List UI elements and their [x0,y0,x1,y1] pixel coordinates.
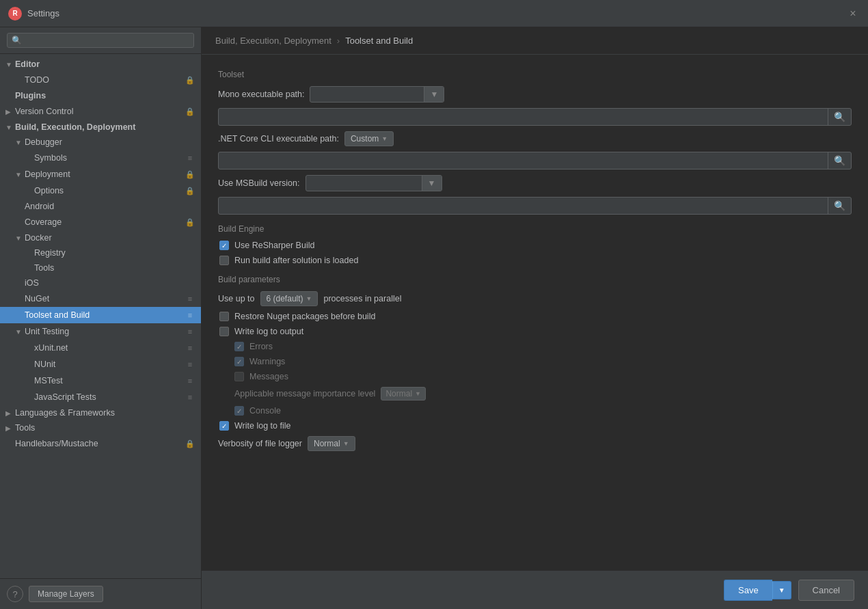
layers-icon-toolset: ≡ [185,310,195,321]
msbuild-dropdown-input[interactable]: Auto detected (14.0) [306,176,422,191]
warnings-checkbox[interactable] [234,357,244,366]
bottom-bar: ? Manage Layers [0,578,201,609]
mono-full-path-input[interactable]: C:\Program Files\Unity\Hub\Editor\2018.1… [219,109,828,125]
sidebar-item-build[interactable]: ▼ Build, Execution, Deployment [0,120,201,135]
mstest-label: MSTest [34,376,185,385]
sidebar-item-ios[interactable]: iOS [0,275,201,290]
msbuild-search-btn[interactable]: 🔍 [828,198,851,214]
write-log-file-row: Write log to file [218,421,852,431]
messages-checkbox[interactable] [234,372,244,381]
lock-icon-coverage: 🔒 [185,217,195,228]
warnings-label: Warnings [249,357,285,366]
msbuild-path-input[interactable]: C:\Program Files (x86)\MSBuild\14.0\bin\… [219,198,828,214]
sidebar: 🔍 ▼ Editor TODO 🔒 Plugins [0,27,202,609]
layers-icon-unit-testing: ≡ [185,326,195,337]
msbuild-dropdown-btn[interactable]: ▼ [422,176,442,191]
deployment-label: Deployment [25,170,185,179]
errors-checkbox[interactable] [234,342,244,351]
write-log-file-checkbox[interactable] [219,421,229,431]
sidebar-item-xunit[interactable]: xUnit.net ≡ [0,340,201,356]
search-box: 🔍 [0,27,201,54]
mono-search-btn[interactable]: 🔍 [828,109,851,125]
netcore-custom-path-input[interactable] [219,152,828,169]
save-button[interactable]: Save [724,580,772,601]
app-icon: R [8,7,22,21]
search-input[interactable] [26,36,189,45]
sidebar-item-toolset-build[interactable]: Toolset and Build ≡ [0,307,201,323]
applicable-label: Applicable message importance level [234,389,375,398]
netcore-label: .NET Core CLI executable path: [218,134,339,144]
console-checkbox[interactable] [234,406,244,416]
sidebar-item-tools-top[interactable]: ▶ Tools [0,420,201,435]
sidebar-item-languages[interactable]: ▶ Languages & Frameworks [0,405,201,420]
mono-dropdown-btn[interactable]: ▼ [424,87,444,102]
cancel-button[interactable]: Cancel [798,580,854,601]
console-label: Console [249,406,281,416]
todo-label: TODO [25,75,185,85]
lock-icon-handlebars: 🔒 [185,438,195,449]
build-params-label: Build parameters [218,275,852,284]
arrow-debugger: ▼ [15,139,25,146]
build-label: Build, Execution, Deployment [15,122,195,132]
sidebar-item-options[interactable]: Options 🔒 [0,182,201,199]
breadcrumb-separator: › [337,36,340,46]
verbosity-dropdown-btn[interactable]: Normal ▼ [308,436,355,451]
sidebar-item-unit-testing[interactable]: ▼ Unit Testing ≡ [0,323,201,340]
window-title: Settings [27,8,59,18]
write-log-output-row: Write log to output [218,327,852,336]
sidebar-item-nunit[interactable]: NUnit ≡ [0,356,201,373]
sidebar-item-js-tests[interactable]: JavaScript Tests ≡ [0,389,201,405]
applicable-dropdown-value: Normal [385,389,412,398]
nunit-label: NUnit [34,360,185,369]
restore-nuget-checkbox[interactable] [219,312,229,321]
sidebar-item-docker[interactable]: ▼ Docker [0,230,201,245]
sidebar-item-symbols[interactable]: Symbols ≡ [0,150,201,166]
netcore-dropdown-btn[interactable]: Custom ▼ [344,131,394,146]
main-layout: 🔍 ▼ Editor TODO 🔒 Plugins [0,27,868,609]
languages-label: Languages & Frameworks [15,408,195,418]
sidebar-item-registry[interactable]: Registry [0,245,201,260]
sidebar-item-handlebars[interactable]: Handlebars/Mustache 🔒 [0,435,201,452]
sidebar-item-editor[interactable]: ▼ Editor [0,57,201,72]
netcore-dropdown-value: Custom [351,134,379,144]
write-log-output-checkbox[interactable] [219,327,229,336]
restore-nuget-label: Restore Nuget packages before build [234,312,375,321]
mono-dropdown-wrap[interactable]: C:\...\Unity\Hub\Editor\2018.1.0b13\Edit… [310,86,444,103]
vc-label: Version Control [15,107,185,116]
write-log-output-label: Write log to output [234,327,303,336]
msbuild-label: Use MSBuild version: [218,178,300,188]
applicable-dropdown[interactable]: Normal ▼ [381,387,426,401]
registry-label: Registry [34,248,195,258]
run-build-after-load-checkbox[interactable] [219,256,229,265]
processes-dropdown-btn[interactable]: 6 (default) ▼ [260,291,318,306]
close-button[interactable]: × [846,7,860,21]
use-resharper-build-row: Use ReSharper Build [218,241,852,250]
help-button[interactable]: ? [7,586,23,602]
nuget-label: NuGet [25,294,185,303]
mono-path-row: Mono executable path: C:\...\Unity\Hub\E… [218,86,852,103]
sidebar-item-debugger[interactable]: ▼ Debugger [0,135,201,150]
netcore-custom-path-row: 🔍 [218,152,852,170]
sidebar-item-plugins[interactable]: Plugins [0,88,201,103]
arrow-tools-top: ▶ [5,424,15,432]
search-input-wrap[interactable]: 🔍 [7,33,194,48]
sidebar-item-deployment[interactable]: ▼ Deployment 🔒 [0,166,201,182]
use-resharper-build-checkbox[interactable] [219,241,229,250]
sidebar-item-version-control[interactable]: ▶ Version Control 🔒 [0,103,201,120]
sidebar-item-nuget[interactable]: NuGet ≡ [0,290,201,307]
sidebar-item-todo[interactable]: TODO 🔒 [0,72,201,88]
title-bar: R Settings × [0,0,868,27]
build-engine-section: Build Engine [218,224,852,234]
sidebar-item-android[interactable]: Android [0,199,201,214]
msbuild-dropdown-wrap[interactable]: Auto detected (14.0) ▼ [306,175,442,191]
manage-layers-button[interactable]: Manage Layers [29,586,103,602]
sidebar-item-tools-docker[interactable]: Tools [0,260,201,275]
msbuild-path-row: C:\Program Files (x86)\MSBuild\14.0\bin\… [218,197,852,215]
processes-dropdown-arrow: ▼ [306,295,312,302]
netcore-search-btn[interactable]: 🔍 [828,152,851,169]
mono-dropdown-input[interactable]: C:\...\Unity\Hub\Editor\2018.1.0b13\Edit… [310,87,424,102]
sidebar-item-mstest[interactable]: MSTest ≡ [0,373,201,389]
sidebar-item-coverage[interactable]: Coverage 🔒 [0,214,201,230]
save-dropdown-button[interactable]: ▼ [772,581,791,599]
unit-testing-label: Unit Testing [25,327,185,336]
